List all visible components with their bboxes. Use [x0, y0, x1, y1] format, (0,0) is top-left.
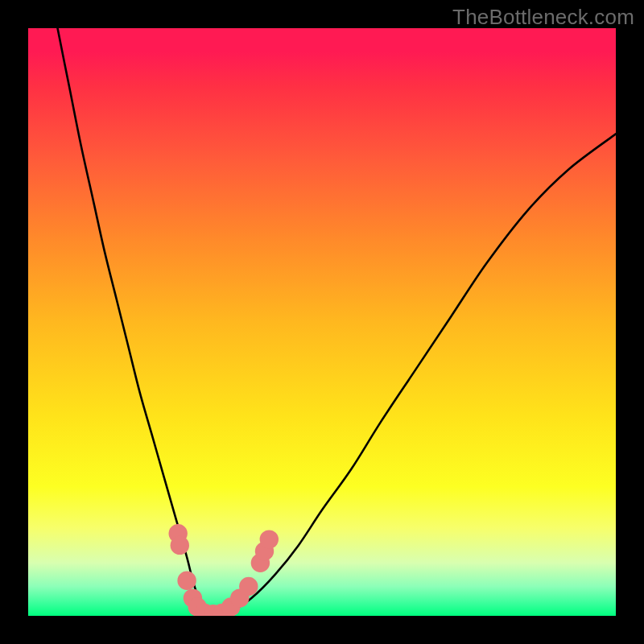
highlight-point: [260, 530, 279, 548]
chart-svg: [28, 28, 616, 616]
plot-area: [28, 28, 616, 616]
highlight-point: [239, 577, 258, 596]
highlight-points: [169, 524, 279, 616]
highlight-point: [171, 536, 189, 555]
highlight-point: [177, 572, 196, 590]
bottleneck-curve: [58, 28, 617, 616]
chart-frame: TheBottleneck.com: [0, 0, 644, 644]
watermark-label: TheBottleneck.com: [452, 5, 634, 30]
